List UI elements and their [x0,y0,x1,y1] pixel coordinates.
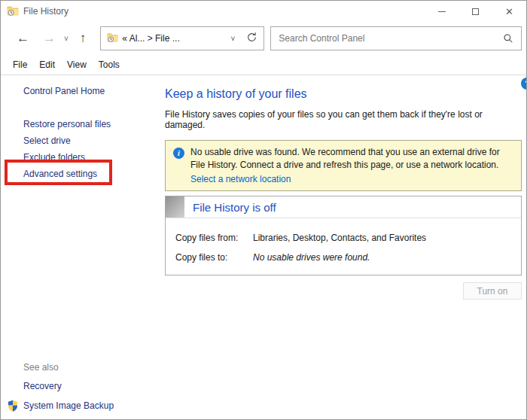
sidebar-item-exclude-folders[interactable]: Exclude folders [23,149,165,166]
sidebar-item-select-drive[interactable]: Select drive [23,132,165,149]
system-image-backup-label: System Image Backup [23,400,114,411]
content-area: ? Control Panel Home Restore personal fi… [1,75,526,419]
menu-file[interactable]: File [7,59,33,70]
search-placeholder: Search Control Panel [279,33,364,44]
close-button[interactable]: ✕ [492,1,526,22]
no-drive-notice: i No usable drive was found. We recommen… [165,140,522,191]
menu-edit[interactable]: Edit [33,59,61,70]
titlebar: File History ✕ [1,1,526,22]
maximize-button[interactable] [458,1,492,22]
recent-pages-chevron-icon[interactable]: ˅ [62,35,73,43]
search-input[interactable]: Search Control Panel [270,26,522,50]
breadcrumb[interactable]: « Al... > File ... [122,33,179,44]
refresh-button[interactable] [246,32,257,45]
uac-shield-icon [7,400,19,412]
menu-tools[interactable]: Tools [93,59,126,70]
status-panel-body: Copy files from: Libraries, Desktop, Con… [166,218,521,275]
forward-button[interactable]: → [36,31,62,46]
window-title: File History [23,6,69,17]
sidebar-item-restore-personal-files[interactable]: Restore personal files [23,116,165,132]
copy-files-to-value: No usable drives were found. [253,252,370,263]
turn-on-button[interactable]: Turn on [463,282,522,300]
status-panel-header: File History is off [166,196,521,218]
copy-files-from-label: Copy files from: [175,233,253,243]
actions-row: Turn on [165,282,522,300]
see-also-label: See also [23,358,165,377]
close-icon: ✕ [505,6,513,17]
navigation-toolbar: ← → ˅ ↑ « Al... > File ... ˅ [1,22,526,55]
main-pane: Keep a history of your files File Histor… [165,75,526,419]
address-folder-icon [107,32,118,45]
copy-files-to-label: Copy files to: [175,252,253,263]
address-dropdown-chevron-icon[interactable]: ˅ [224,35,243,43]
page-description: File History saves copies of your files … [165,109,522,130]
copy-files-to-row: Copy files to: No usable drives were fou… [175,252,521,263]
search-icon [503,33,513,44]
window-controls: ✕ [425,1,526,22]
copy-files-from-row: Copy files from: Libraries, Desktop, Con… [175,233,521,243]
sidebar-item-system-image-backup[interactable]: System Image Backup [1,396,165,415]
up-button[interactable]: ↑ [73,31,93,46]
menu-bar: File Edit View Tools [1,55,526,75]
sidebar-see-also-group: See also Recovery System Image Backup [1,358,165,415]
sidebar-item-control-panel-home[interactable]: Control Panel Home [23,86,165,96]
file-history-app-icon [7,5,19,19]
notice-text: No usable drive was found. We recommend … [190,146,513,172]
sidebar: Control Panel Home Restore personal file… [1,75,165,419]
sidebar-item-recovery[interactable]: Recovery [23,377,165,396]
maximize-icon [472,8,479,15]
back-button[interactable]: ← [10,31,36,46]
menu-view[interactable]: View [61,59,93,70]
copy-files-from-value: Libraries, Desktop, Contacts, and Favori… [253,233,426,243]
file-history-status-panel: File History is off Copy files from: Lib… [165,196,522,275]
minimize-button[interactable] [425,1,458,22]
status-title: File History is off [193,201,276,214]
select-network-location-link[interactable]: Select a network location [190,174,291,184]
sidebar-item-advanced-settings[interactable]: Advanced settings [23,166,165,182]
drive-status-icon [166,196,184,218]
minimize-icon [438,11,446,12]
info-icon: i [173,148,184,159]
page-title: Keep a history of your files [165,87,522,101]
file-history-window: File History ✕ ← → ˅ ↑ « Al... > File ..… [0,0,527,420]
address-bar[interactable]: « Al... > File ... ˅ [100,26,264,50]
